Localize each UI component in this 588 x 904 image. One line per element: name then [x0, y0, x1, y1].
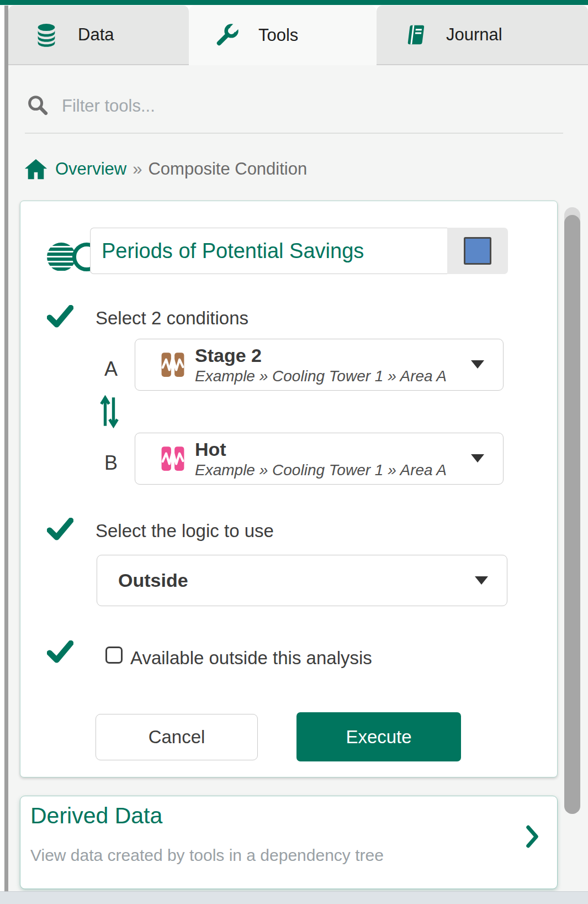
tool-name-group [90, 228, 508, 274]
checkmark-icon [47, 640, 73, 664]
derived-data-card[interactable]: Derived Data View data created by tools … [20, 796, 558, 889]
condition-a-name: Stage 2 [195, 345, 447, 365]
breadcrumb: Overview » Composite Condition [24, 155, 307, 183]
tab-data[interactable]: Data [8, 6, 189, 65]
condition-b-select[interactable]: Hot Example » Cooling Tower 1 » Area A [135, 433, 504, 485]
checkmark-icon [47, 518, 73, 541]
divider [25, 133, 563, 134]
available-outside-checkbox[interactable] [105, 647, 123, 664]
conditions-step-label: Select 2 conditions [96, 308, 248, 329]
logic-select[interactable]: Outside [97, 555, 507, 606]
condition-b-path: Example » Cooling Tower 1 » Area A [195, 462, 447, 479]
top-accent-bar [0, 0, 588, 5]
condition-a-text: Stage 2 Example » Cooling Tower 1 » Area… [195, 345, 447, 385]
tab-data-label: Data [78, 25, 114, 45]
panel-resize-handle[interactable] [4, 6, 8, 891]
wrench-icon [214, 23, 240, 48]
breadcrumb-current: Composite Condition [148, 159, 307, 179]
scrollbar-thumb[interactable] [564, 215, 580, 814]
chevron-down-icon [471, 360, 484, 369]
color-picker-addon[interactable] [447, 228, 508, 274]
home-icon[interactable] [24, 157, 48, 181]
tab-journal[interactable]: Journal [377, 6, 588, 65]
checkmark-icon [47, 305, 73, 328]
search-icon [27, 94, 50, 117]
condition-capsules-icon [159, 445, 187, 472]
tools-panel: Overview » Composite Condition [8, 65, 588, 891]
breadcrumb-separator: » [133, 159, 142, 179]
logic-selected-value: Outside [118, 570, 188, 591]
filter-tools-input[interactable] [61, 91, 460, 122]
tab-tools-label: Tools [258, 25, 298, 45]
composite-condition-card: Select 2 conditions A Stage 2 Example » … [20, 201, 558, 777]
chevron-down-icon [475, 576, 488, 585]
derived-data-title: Derived Data [30, 803, 162, 829]
condition-a-select[interactable]: Stage 2 Example » Cooling Tower 1 » Area… [135, 339, 504, 391]
condition-b-name: Hot [195, 439, 447, 459]
chevron-right-icon [525, 825, 539, 848]
tool-name-input[interactable] [90, 228, 447, 274]
derived-data-subtitle: View data created by tools in a dependen… [30, 846, 384, 865]
tab-journal-label: Journal [446, 25, 502, 45]
database-icon [34, 22, 59, 48]
condition-capsules-icon [159, 351, 187, 379]
color-swatch[interactable] [464, 237, 491, 265]
breadcrumb-overview-link[interactable]: Overview [55, 159, 126, 179]
condition-a-key: A [104, 358, 118, 381]
swap-conditions-button[interactable] [99, 395, 120, 428]
execute-button[interactable]: Execute [296, 712, 461, 761]
bottom-strip [0, 891, 588, 904]
journal-book-icon [402, 22, 427, 48]
cancel-button[interactable]: Cancel [96, 714, 258, 760]
condition-b-text: Hot Example » Cooling Tower 1 » Area A [195, 439, 447, 479]
tab-tools[interactable]: Tools [189, 6, 377, 65]
available-outside-label: Available outside this analysis [130, 648, 372, 669]
condition-b-key: B [104, 451, 118, 475]
chevron-down-icon [471, 454, 484, 462]
condition-a-path: Example » Cooling Tower 1 » Area A [195, 368, 447, 385]
logic-step-label: Select the logic to use [96, 521, 274, 542]
